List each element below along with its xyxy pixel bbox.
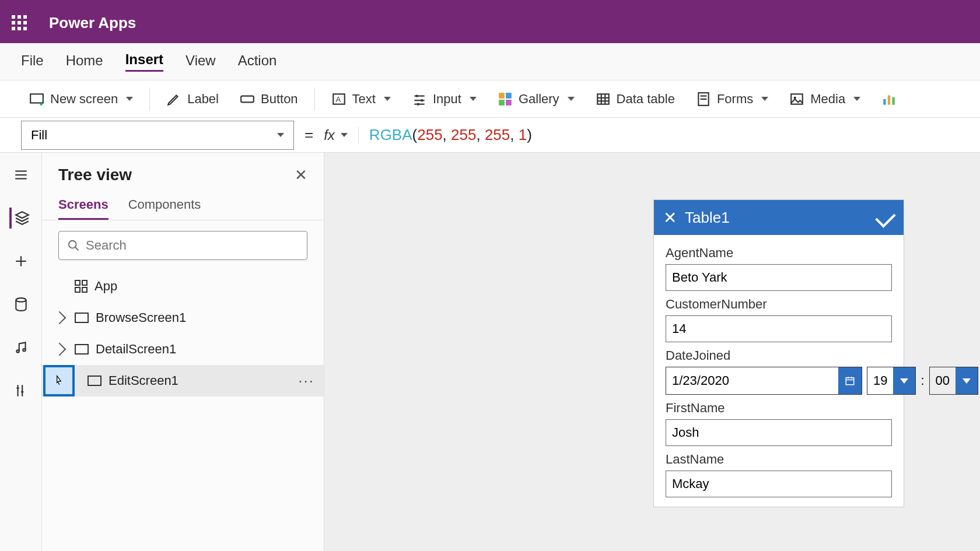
- layers-icon: [15, 210, 30, 226]
- svg-text:A: A: [335, 95, 341, 104]
- pencil-icon: [166, 92, 181, 107]
- workspace: Tree view ✕ Screens Components App Brows…: [0, 153, 980, 551]
- tree-view-rail-button[interactable]: [9, 208, 30, 229]
- property-selector[interactable]: Fill: [21, 121, 294, 150]
- close-panel-button[interactable]: ✕: [295, 166, 307, 184]
- screen-plus-icon: [29, 92, 44, 107]
- insert-rail-button[interactable]: [10, 251, 32, 272]
- fx-icon: fx: [324, 127, 335, 143]
- svg-rect-28: [892, 97, 895, 104]
- tree-screen-node-selected[interactable]: EditScreen1 ···: [42, 365, 324, 396]
- canvas[interactable]: ✕ Table1 AgentName CustomerNumber DateJo…: [324, 153, 980, 551]
- hamburger-button[interactable]: [10, 164, 32, 185]
- media-rail-button[interactable]: [10, 337, 32, 358]
- tree-screen-node[interactable]: BrowseScreen1: [42, 302, 324, 334]
- tree-tabs: Screens Components: [42, 191, 324, 220]
- menu-view[interactable]: View: [186, 52, 216, 71]
- svg-point-34: [16, 298, 26, 302]
- search-box[interactable]: [58, 231, 307, 260]
- tree-screen-node[interactable]: DetailScreen1: [42, 334, 324, 365]
- search-icon: [67, 239, 80, 252]
- app-launcher-icon[interactable]: [12, 15, 27, 30]
- svg-rect-15: [506, 100, 512, 106]
- agentname-input[interactable]: [666, 264, 892, 291]
- screen-label: BrowseScreen1: [96, 310, 186, 325]
- chevron-down-icon: [341, 133, 348, 137]
- chart-button[interactable]: [873, 87, 905, 111]
- firstname-label: FirstName: [666, 401, 892, 416]
- fx-button[interactable]: fx: [324, 127, 359, 143]
- minute-select[interactable]: 00: [929, 367, 978, 395]
- screen-label: DetailScreen1: [96, 342, 176, 357]
- tab-screens[interactable]: Screens: [58, 191, 108, 220]
- new-screen-label: New screen: [50, 92, 118, 107]
- ribbon: New screen Label Button A Text Input Gal…: [0, 80, 980, 118]
- time-colon: :: [921, 373, 924, 388]
- formula-bar: Fill = fx RGBA(255, 255, 255, 1): [0, 118, 980, 153]
- search-input[interactable]: [86, 238, 299, 253]
- data-table-button[interactable]: Data table: [587, 87, 683, 111]
- menu-action[interactable]: Action: [238, 52, 277, 71]
- expand-highlight[interactable]: [43, 365, 75, 396]
- minute-value: 00: [930, 367, 956, 394]
- chevron-right-icon[interactable]: [53, 311, 66, 325]
- hamburger-icon: [13, 167, 29, 183]
- gallery-dropdown[interactable]: Gallery: [489, 87, 583, 111]
- form-header: ✕ Table1: [654, 200, 904, 235]
- button-button[interactable]: Button: [232, 87, 306, 111]
- screen-icon: [75, 313, 89, 323]
- lastname-label: LastName: [666, 452, 892, 467]
- date-picker[interactable]: [666, 367, 862, 395]
- left-rail: [0, 153, 42, 551]
- formula-fn: RGBA: [369, 126, 412, 143]
- firstname-input[interactable]: [666, 419, 892, 446]
- data-rail-button[interactable]: [10, 294, 32, 315]
- svg-rect-24: [791, 94, 803, 104]
- form-close-button[interactable]: ✕: [663, 208, 677, 227]
- media-dropdown[interactable]: Media: [781, 87, 869, 111]
- button-icon: [240, 92, 255, 107]
- customernumber-input[interactable]: [666, 315, 892, 342]
- ribbon-divider: [314, 87, 315, 111]
- input-dropdown[interactable]: Input: [404, 87, 485, 111]
- media-label: Media: [810, 92, 845, 107]
- button-text: Button: [261, 92, 298, 107]
- svg-rect-27: [888, 95, 890, 104]
- form-submit-button[interactable]: [875, 207, 895, 227]
- form-icon: [696, 92, 711, 107]
- media-rail-icon: [13, 340, 29, 355]
- chevron-down-icon: [384, 97, 391, 101]
- sliders-icon: [412, 92, 427, 107]
- tree-view-panel: Tree view ✕ Screens Components App Brows…: [42, 153, 324, 551]
- app-icon: [75, 280, 88, 293]
- input-label: Input: [433, 92, 461, 107]
- tree-app-node[interactable]: App: [42, 271, 324, 302]
- forms-dropdown[interactable]: Forms: [688, 87, 776, 111]
- svg-point-37: [69, 241, 76, 248]
- date-row: 19 : 00: [666, 367, 892, 395]
- menubar: File Home Insert View Action: [0, 43, 980, 80]
- formula-input[interactable]: RGBA(255, 255, 255, 1): [369, 126, 532, 144]
- hour-select[interactable]: 19: [867, 367, 916, 395]
- datejoined-label: DateJoined: [666, 348, 892, 363]
- calendar-button[interactable]: [838, 367, 862, 394]
- svg-point-35: [16, 350, 19, 352]
- edit-form: ✕ Table1 AgentName CustomerNumber DateJo…: [653, 199, 904, 507]
- chevron-down-icon: [568, 97, 575, 101]
- equals-sign: =: [304, 126, 313, 144]
- menu-insert[interactable]: Insert: [125, 51, 163, 72]
- svg-rect-14: [499, 100, 505, 106]
- lastname-input[interactable]: [666, 471, 892, 497]
- more-options-button[interactable]: ···: [298, 372, 314, 390]
- date-input[interactable]: [666, 367, 838, 394]
- svg-point-7: [415, 94, 418, 97]
- app-title: Power Apps: [49, 14, 136, 32]
- tools-rail-button[interactable]: [10, 380, 32, 401]
- tab-components[interactable]: Components: [128, 191, 201, 220]
- menu-file[interactable]: File: [21, 52, 44, 71]
- chevron-right-icon[interactable]: [53, 343, 66, 356]
- text-dropdown[interactable]: A Text: [323, 87, 399, 111]
- menu-home[interactable]: Home: [66, 52, 103, 71]
- label-button[interactable]: Label: [158, 87, 227, 111]
- new-screen-button[interactable]: New screen: [21, 87, 141, 111]
